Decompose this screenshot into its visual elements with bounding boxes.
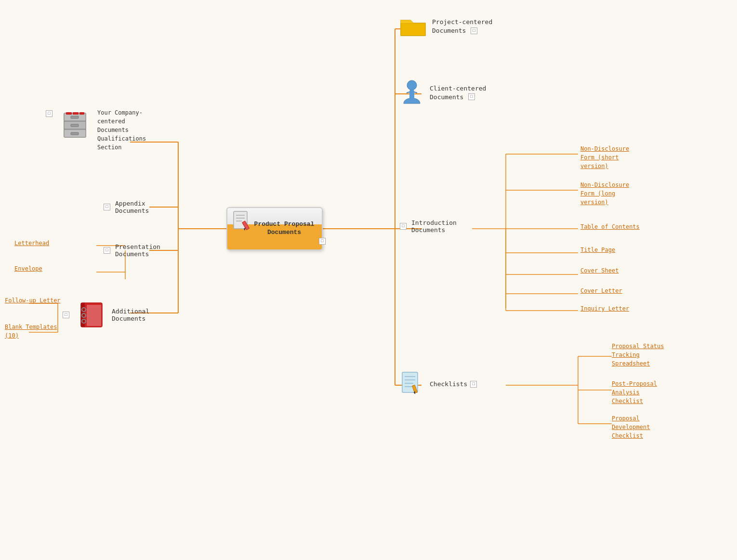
checklist-icon (400, 371, 424, 397)
nda-short-node[interactable]: Non-DisclosureForm (shortversion) (580, 144, 629, 170)
additional-expand[interactable]: □ (63, 312, 69, 318)
svg-line-41 (407, 92, 409, 93)
proposal-status-node[interactable]: Proposal StatusTrackingSpreadsheet (612, 342, 664, 368)
additional-docs-node: □ AdditionalDocuments (63, 301, 149, 329)
proposal-status-label[interactable]: Proposal StatusTrackingSpreadsheet (612, 343, 664, 367)
svg-rect-57 (66, 112, 72, 115)
title-page-label[interactable]: Title Page (580, 247, 615, 253)
central-node: Product ProposalDocuments □ (226, 207, 323, 250)
your-company-label: Your Company-centeredDocumentsQualificat… (97, 108, 146, 152)
svg-point-39 (407, 80, 417, 90)
person-icon (400, 79, 424, 106)
appendix-docs-node: □ AppendixDocuments (104, 200, 149, 214)
svg-rect-54 (71, 116, 79, 118)
checklists-label: Checklists (430, 380, 467, 388)
blank-templates-node[interactable]: Blank Templates(10) (5, 323, 57, 340)
nda-short-label[interactable]: Non-DisclosureForm (shortversion) (580, 145, 629, 169)
title-page-node[interactable]: Title Page (580, 246, 615, 254)
envelope-node[interactable]: Envelope (14, 264, 42, 273)
svg-rect-55 (71, 124, 79, 127)
toc-node[interactable]: Table of Contents (580, 222, 640, 231)
followup-letter-node[interactable]: Follow-up Letter (5, 296, 61, 305)
project-centered-label: Project-centeredDocuments □ (432, 18, 492, 35)
additional-docs-label: AdditionalDocuments (112, 308, 149, 322)
post-proposal-label[interactable]: Post-ProposalAnalysisChecklist (612, 380, 657, 404)
nda-long-node[interactable]: Non-DisclosureForm (longversion) (580, 181, 629, 207)
followup-label[interactable]: Follow-up Letter (5, 297, 61, 304)
nda-long-label[interactable]: Non-DisclosureForm (longversion) (580, 182, 629, 206)
proposal-dev-node[interactable]: ProposalDevelopmentChecklist (612, 414, 650, 440)
svg-line-42 (414, 92, 417, 93)
inquiry-letter-node[interactable]: Inquiry Letter (580, 304, 629, 313)
client-centered-node: Client-centeredDocuments □ (400, 79, 486, 106)
presentation-label: PresentationDocuments (115, 243, 160, 258)
cover-letter-node[interactable]: Cover Letter (580, 287, 622, 295)
intro-docs-label: IntroductionDocuments (411, 219, 457, 234)
svg-rect-58 (73, 112, 79, 115)
intro-docs-expand[interactable]: □ (400, 223, 407, 230)
project-centered-expand[interactable]: □ (471, 27, 477, 34)
checklists-expand[interactable]: □ (470, 381, 477, 388)
envelope-label[interactable]: Envelope (14, 265, 42, 272)
client-centered-label: Client-centeredDocuments □ (430, 84, 486, 102)
blank-templates-label[interactable]: Blank Templates(10) (5, 324, 57, 339)
your-company-expand[interactable]: □ (46, 110, 53, 117)
svg-rect-63 (87, 305, 101, 326)
appendix-label: AppendixDocuments (115, 200, 149, 214)
cover-letter-label[interactable]: Cover Letter (580, 287, 622, 294)
letterhead-node[interactable]: Letterhead (14, 239, 49, 247)
binder-icon (77, 301, 106, 329)
cover-sheet-label[interactable]: Cover Sheet (580, 267, 619, 274)
letterhead-label[interactable]: Letterhead (14, 240, 49, 247)
inquiry-letter-label[interactable]: Inquiry Letter (580, 305, 629, 312)
svg-rect-40 (409, 90, 414, 99)
proposal-dev-label[interactable]: ProposalDevelopmentChecklist (612, 415, 650, 439)
client-centered-expand[interactable]: □ (468, 93, 475, 100)
svg-rect-59 (79, 112, 84, 115)
central-label: Product ProposalDocuments (250, 219, 318, 239)
folder-icon (400, 14, 426, 39)
central-doc-icon (231, 210, 253, 236)
svg-rect-56 (71, 132, 79, 135)
presentation-expand[interactable]: □ (104, 247, 110, 254)
intro-docs-node: □ IntroductionDocuments (400, 219, 457, 234)
cover-sheet-node[interactable]: Cover Sheet (580, 266, 619, 275)
post-proposal-node[interactable]: Post-ProposalAnalysisChecklist (612, 379, 657, 405)
presentation-docs-node: □ PresentationDocuments (104, 243, 160, 258)
your-company-node: □ Your Company-centeredDocumentsQualific… (46, 108, 146, 152)
filing-cabinet-icon (60, 108, 92, 140)
toc-label[interactable]: Table of Contents (580, 223, 640, 230)
checklists-node: Checklists □ (400, 371, 479, 397)
project-centered-node: Project-centeredDocuments □ (400, 14, 492, 39)
appendix-expand[interactable]: □ (104, 204, 110, 210)
central-expand[interactable]: □ (319, 238, 326, 245)
